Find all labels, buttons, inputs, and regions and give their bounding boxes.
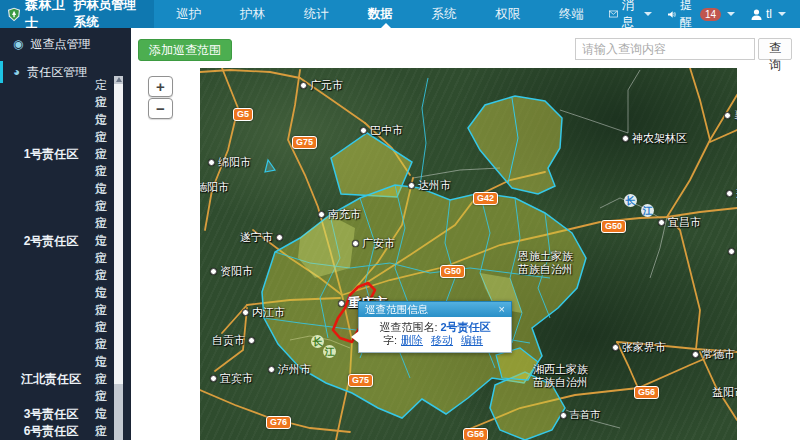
sidebar-scrollbar[interactable] xyxy=(114,76,123,440)
locate-link[interactable]: 定位 xyxy=(95,423,113,440)
list-item: 定位 xyxy=(0,76,113,93)
map-labels-layer: 广元市巴中市达州市绵阳市德阳市南充市遂宁市广安市资阳市内江市重庆市自贡市泸州市宜… xyxy=(200,68,737,440)
map-zoom-out-button[interactable]: − xyxy=(148,98,173,119)
city-label: 资阳市 xyxy=(210,264,253,279)
responsibility-area-list: 定位定位定位定位1号责任区定位定位定位定位定位2号责任区定位定位定位定位定位定位… xyxy=(0,76,113,440)
popup-title-bar[interactable]: 巡查范围信息 × xyxy=(358,301,512,317)
city-marker-icon xyxy=(352,240,359,247)
city-name: 广安市 xyxy=(362,236,395,251)
sidebar: ◉ 巡查点管理 ◕ 责任区管理 定位定位定位定位1号责任区定位定位定位定位定位2… xyxy=(0,28,131,440)
city-name: 益阳市 xyxy=(712,385,737,400)
nav-item-1[interactable]: 巡护跟踪 xyxy=(162,0,226,28)
highway-shield: G75 xyxy=(348,374,373,387)
nav-item-6[interactable]: 权限管理 xyxy=(481,0,545,28)
river-label: 长 xyxy=(624,194,637,207)
responsibility-area-label: 1号责任区 xyxy=(12,146,90,163)
list-item: 定位 xyxy=(0,93,113,110)
city-name: 宜宾市 xyxy=(220,371,253,386)
nav-item-2[interactable]: 护林日志 xyxy=(226,0,290,28)
sidebar-menu: ◉ 巡查点管理 ◕ 责任区管理 xyxy=(0,28,131,83)
city-label: 神农架林区 xyxy=(622,131,687,146)
city-marker-icon xyxy=(318,211,325,218)
city-marker-icon xyxy=(268,366,275,373)
city-label: 广安市 xyxy=(352,236,395,251)
list-item: 定位 xyxy=(0,387,113,404)
city-label: 吉首市 xyxy=(560,408,600,422)
shield-logo-icon xyxy=(8,6,20,23)
city-name: 荆门市 xyxy=(736,186,737,201)
patrol-range-info-popup: 巡查范围信息 × 巡查范围名: 2号责任区 字:删除移动编辑 xyxy=(358,301,512,353)
popup-op-删除[interactable]: 删除 xyxy=(401,334,423,346)
city-marker-icon xyxy=(726,190,733,197)
scrollbar-thumb[interactable] xyxy=(114,84,123,384)
city-name: 达州市 xyxy=(418,178,451,193)
messages-label: 消息 xyxy=(622,0,638,31)
user-icon xyxy=(751,9,762,20)
city-label: 遂宁市 xyxy=(240,230,283,245)
list-item: 定位 xyxy=(0,180,113,197)
city-marker-icon xyxy=(208,159,215,166)
messages-dropdown[interactable]: 消息 xyxy=(609,0,652,31)
city-marker-icon xyxy=(408,182,415,189)
responsibility-area-label: 江北责任区 xyxy=(12,371,90,388)
city-marker-icon xyxy=(242,309,249,316)
city-marker-icon xyxy=(276,234,283,241)
add-patrol-range-button[interactable]: 添加巡查范围 xyxy=(138,39,232,61)
city-name: 吉首市 xyxy=(570,408,600,422)
responsibility-area-label: 2号责任区 xyxy=(12,233,90,250)
popup-op-编辑[interactable]: 编辑 xyxy=(461,334,483,346)
list-item: 定位 xyxy=(0,318,113,335)
user-dropdown[interactable]: tl xyxy=(751,7,786,21)
highway-shield: G42 xyxy=(473,192,498,205)
alerts-dropdown[interactable]: 提醒 14 xyxy=(668,0,735,31)
highway-shield: G75 xyxy=(292,136,317,149)
city-label: 绵阳市 xyxy=(208,155,251,170)
nav-item-7[interactable]: 终端管理 xyxy=(545,0,609,28)
speaker-icon xyxy=(668,9,676,20)
list-item: 2号责任区定位 xyxy=(0,232,113,249)
list-item: 定位 xyxy=(0,249,113,266)
sidebar-item-patrol-points[interactable]: ◉ 巡查点管理 xyxy=(0,33,131,55)
close-icon[interactable]: × xyxy=(499,302,505,317)
popup-actions-row: 字:删除移动编辑 xyxy=(363,334,507,347)
region-line: 苗族自治州 xyxy=(533,376,588,389)
list-item: 定位 xyxy=(0,111,113,128)
highway-shield: G50 xyxy=(440,265,465,278)
city-name: 德阳市 xyxy=(200,180,229,195)
popup-name-value: 2号责任区 xyxy=(441,321,491,333)
chevron-down-icon xyxy=(727,12,735,16)
scroll-up-arrow-icon[interactable] xyxy=(116,77,122,82)
popup-op-移动[interactable]: 移动 xyxy=(431,334,453,346)
app-window: 森林卫士 护林员管理系统 巡护跟踪护林日志统计报表数据管理系统管理权限管理终端管… xyxy=(0,0,800,440)
main-menu: 巡护跟踪护林日志统计报表数据管理系统管理权限管理终端管理 xyxy=(162,0,609,28)
city-marker-icon xyxy=(338,300,345,307)
list-item: 定位 xyxy=(0,353,113,370)
alerts-label: 提醒 xyxy=(680,0,696,31)
city-name: 常德市 xyxy=(702,347,735,362)
highway-shield: G56 xyxy=(463,428,488,440)
region-line: 湘西土家族 xyxy=(533,363,588,376)
nav-item-4[interactable]: 数据管理 xyxy=(354,0,418,28)
popup-name-row: 巡查范围名: 2号责任区 xyxy=(363,321,507,334)
list-item: 6号责任区定位 xyxy=(0,422,113,439)
city-label: 巴中市 xyxy=(360,123,403,138)
city-name: 广元市 xyxy=(310,78,343,93)
list-item: 定位 xyxy=(0,162,113,179)
satellite-map[interactable]: 广元市巴中市达州市绵阳市德阳市南充市遂宁市广安市资阳市内江市重庆市自贡市泸州市宜… xyxy=(200,68,737,440)
search-button[interactable]: 查询 xyxy=(758,38,792,60)
target-icon: ◉ xyxy=(13,38,23,50)
list-item: 定位 xyxy=(0,335,113,352)
city-marker-icon xyxy=(728,248,735,255)
city-label: 宜昌市 xyxy=(658,215,701,230)
highway-shield: G50 xyxy=(601,220,626,233)
city-label: 自贡市 xyxy=(212,333,255,348)
nav-item-5[interactable]: 系统管理 xyxy=(417,0,481,28)
username-label: tl xyxy=(766,7,772,21)
popup-title: 巡查范围信息 xyxy=(365,302,428,317)
search-input[interactable] xyxy=(575,38,755,60)
city-label: 南充市 xyxy=(318,207,361,222)
nav-item-3[interactable]: 统计报表 xyxy=(290,0,354,28)
responsibility-area-label: 3号责任区 xyxy=(12,406,90,423)
map-zoom-in-button[interactable]: + xyxy=(148,76,173,97)
list-item: 定位 xyxy=(0,301,113,318)
